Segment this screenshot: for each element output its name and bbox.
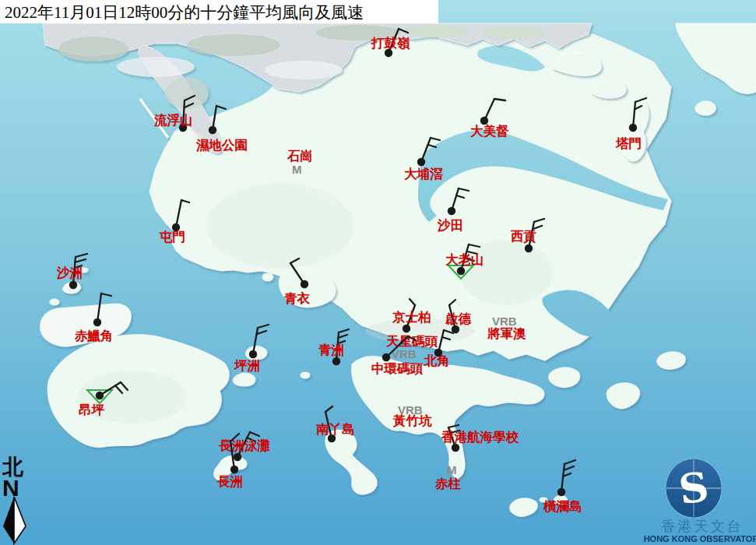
- station-label: 屯門: [159, 230, 185, 244]
- station-label: 大埔滘: [404, 167, 443, 181]
- station-dot: [69, 281, 77, 289]
- station-dot: [403, 325, 410, 332]
- station-label: 中環碼頭: [371, 361, 424, 376]
- station-label: 青洲: [318, 343, 344, 357]
- station-label: 濕地公園: [195, 138, 248, 153]
- station-label: 大老山: [445, 252, 484, 267]
- station-dot: [452, 444, 459, 452]
- wind-map-screenshot: 流浮山濕地公園打鼓嶺大美督塔門M石崗大埔滘沙田西貢大老山京士柏啟德VRB天星碼頭…: [0, 0, 756, 545]
- station-label: 赤柱: [434, 476, 462, 491]
- station-dot: [448, 207, 455, 215]
- station-label: 青衣: [284, 291, 311, 306]
- station-label: 京士柏: [392, 310, 431, 325]
- compass-letter-n: N: [2, 475, 19, 501]
- station-dot: [249, 350, 257, 358]
- station-label: 坪洲: [234, 358, 260, 373]
- station-label: 石崗: [287, 149, 313, 164]
- map-title: 2022年11月01日12時00分的十分鐘平均風向及風速: [5, 3, 364, 22]
- station-dot: [525, 244, 533, 252]
- station-label: 香港航海學校: [441, 430, 519, 445]
- station-dot: [234, 453, 241, 461]
- station-label: 沙洲: [56, 265, 83, 280]
- station-label: 啟德: [445, 311, 472, 326]
- station-dot: [230, 466, 238, 473]
- station-label: 流浮山: [153, 113, 193, 128]
- station-dot: [457, 267, 465, 275]
- station-label: 沙田: [437, 218, 463, 233]
- hong-kong-wind-map: 流浮山濕地公園打鼓嶺大美督塔門M石崗大埔滘沙田西貢大老山京士柏啟德VRB天星碼頭…: [0, 0, 756, 545]
- station-marker-m: M: [447, 463, 457, 476]
- station-dot: [629, 124, 637, 132]
- station-label: 北角: [424, 353, 450, 368]
- station-label: 將軍澳: [487, 326, 526, 341]
- station-dot: [209, 126, 216, 134]
- station-label: 昂坪: [79, 403, 105, 417]
- station-label: 南丫島: [316, 422, 355, 437]
- hko-logo-chinese: 香港天文台: [662, 519, 744, 534]
- title-bar: 2022年11月01日12時00分的十分鐘平均風向及風速: [0, 0, 438, 23]
- station-label: 長洲: [217, 474, 243, 489]
- station-label: 橫瀾島: [543, 499, 582, 514]
- station-label: 西貢: [510, 229, 537, 244]
- station-label: 塔門: [615, 136, 642, 151]
- station-label: 黃竹坑: [392, 413, 432, 428]
- station-dot: [417, 158, 425, 166]
- station-dot: [96, 392, 104, 399]
- station-label: 天星碼頭: [385, 334, 438, 349]
- station-label: 打鼓嶺: [371, 36, 410, 51]
- station-dot: [332, 357, 340, 365]
- station-dot: [382, 353, 390, 361]
- station-label: 大美督: [470, 124, 509, 139]
- station-label: 赤鱲角: [74, 329, 114, 343]
- station-label: 長洲泳灘: [219, 438, 271, 453]
- station-dot: [93, 318, 101, 326]
- station-dot: [557, 488, 565, 496]
- station-dot: [301, 280, 308, 288]
- hko-logo-english: HONG KONG OBSERVATORY: [644, 534, 756, 543]
- station-marker-m: M: [292, 163, 302, 176]
